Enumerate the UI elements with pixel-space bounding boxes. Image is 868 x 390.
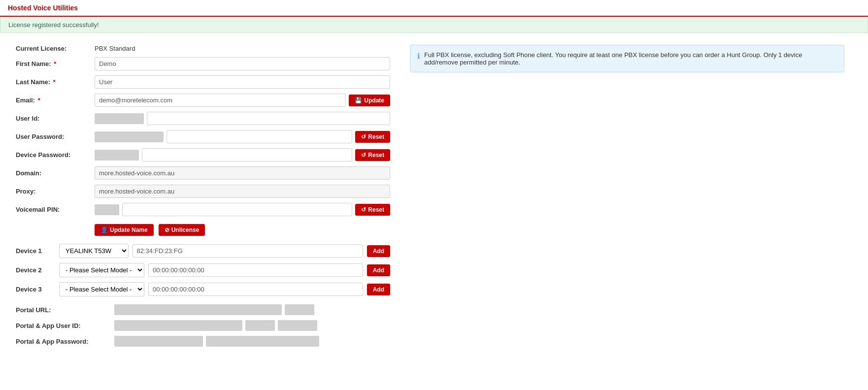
email-label: Email: * xyxy=(16,97,95,104)
unlicense-button[interactable]: ⊘ Unlicense xyxy=(159,224,205,236)
portal-url-mask-2 xyxy=(285,304,314,315)
user-password-row: User Password: ↺ Reset xyxy=(16,130,390,143)
main-content: Current License: PBX Standard First Name… xyxy=(0,33,868,363)
user-password-input xyxy=(167,130,352,143)
device-3-select[interactable]: - Please Select Model - xyxy=(59,282,144,296)
voicemail-pin-mask xyxy=(95,204,119,215)
reset-icon-1: ↺ xyxy=(361,133,366,140)
portal-user-id-mask-3 xyxy=(278,320,317,331)
last-name-label: Last Name: * xyxy=(16,78,95,86)
current-license-row: Current License: PBX Standard xyxy=(16,45,390,52)
portal-section: Portal URL: Portal & App User ID: Por xyxy=(16,304,390,347)
device-2-add-button[interactable]: Add xyxy=(367,264,390,276)
portal-user-id-mask xyxy=(114,320,242,331)
portal-url-row: Portal URL: xyxy=(16,304,390,315)
reset-voicemail-pin-button[interactable]: ↺ Reset xyxy=(355,204,390,216)
domain-wrap xyxy=(95,166,390,180)
portal-password-row: Portal & App Password: xyxy=(16,336,390,347)
first-name-required: * xyxy=(54,60,56,67)
portal-user-id-label: Portal & App User ID: xyxy=(16,322,114,329)
device-1-label: Device 1 xyxy=(16,247,55,255)
last-name-required: * xyxy=(53,78,56,86)
device-3-add-button[interactable]: Add xyxy=(367,284,390,295)
reset-user-password-button[interactable]: ↺ Reset xyxy=(355,131,390,143)
voicemail-pin-wrap: ↺ Reset xyxy=(95,203,390,216)
proxy-row: Proxy: xyxy=(16,185,390,198)
app-title: Hosted Voice Utilities xyxy=(8,4,78,12)
update-email-button[interactable]: 💾 Update xyxy=(349,95,390,106)
portal-password-mask xyxy=(114,336,203,347)
portal-user-id-wrap xyxy=(114,320,346,331)
device-2-row: Device 2 - Please Select Model - Add xyxy=(16,263,390,277)
domain-row: Domain: xyxy=(16,166,390,180)
first-name-input[interactable] xyxy=(95,57,390,70)
portal-user-id-mask-2 xyxy=(245,320,275,331)
current-license-value: PBX Standard xyxy=(95,45,135,52)
device-section: Device 1 YEALINK T53W Add Device 2 - Ple… xyxy=(16,244,390,296)
user-password-mask xyxy=(95,131,164,142)
first-name-row: First Name: * xyxy=(16,57,390,70)
device-password-row: Device Password: ↺ Reset xyxy=(16,148,390,162)
first-name-label: First Name: * xyxy=(16,60,95,67)
user-password-label: User Password: xyxy=(16,133,95,140)
user-id-input xyxy=(147,112,390,125)
form-section: Current License: PBX Standard First Name… xyxy=(16,45,390,352)
user-id-wrap xyxy=(95,112,390,125)
device-1-add-button[interactable]: Add xyxy=(367,245,390,257)
voicemail-pin-row: Voicemail PIN: ↺ Reset xyxy=(16,203,390,216)
device-password-label: Device Password: xyxy=(16,151,95,159)
proxy-input xyxy=(95,185,390,198)
portal-url-mask xyxy=(114,304,282,315)
portal-password-wrap xyxy=(114,336,346,347)
device-2-label: Device 2 xyxy=(16,266,55,274)
info-section: ℹ Full PBX license, excluding Soft Phone… xyxy=(402,45,852,352)
last-name-wrap xyxy=(95,75,390,89)
portal-password-label: Portal & App Password: xyxy=(16,338,114,345)
portal-url-wrap xyxy=(114,304,346,315)
device-1-mac[interactable] xyxy=(133,244,363,258)
device-2-select[interactable]: - Please Select Model - xyxy=(59,263,144,277)
reset-device-password-button[interactable]: ↺ Reset xyxy=(355,149,390,161)
device-password-mask xyxy=(95,150,139,161)
email-wrap: 💾 Update xyxy=(95,94,390,107)
update-name-button[interactable]: 👤 Update Name xyxy=(95,224,154,236)
device-password-input xyxy=(142,148,352,162)
device-1-row: Device 1 YEALINK T53W Add xyxy=(16,244,390,258)
last-name-input[interactable] xyxy=(95,75,390,89)
portal-url-label: Portal URL: xyxy=(16,306,114,314)
email-row: Email: * 💾 Update xyxy=(16,94,390,107)
voicemail-pin-input[interactable] xyxy=(122,203,352,216)
device-3-label: Device 3 xyxy=(16,286,55,293)
device-1-select[interactable]: YEALINK T53W xyxy=(59,244,129,258)
user-icon: 👤 xyxy=(100,227,108,233)
portal-user-id-row: Portal & App User ID: xyxy=(16,320,390,331)
info-box: ℹ Full PBX license, excluding Soft Phone… xyxy=(410,45,844,72)
action-buttons: 👤 Update Name ⊘ Unlicense xyxy=(95,224,390,236)
save-icon: 💾 xyxy=(355,97,362,104)
last-name-row: Last Name: * xyxy=(16,75,390,89)
app-header: Hosted Voice Utilities xyxy=(0,0,868,17)
user-password-wrap: ↺ Reset xyxy=(95,130,390,143)
domain-label: Domain: xyxy=(16,169,95,177)
email-input[interactable] xyxy=(95,94,346,107)
success-banner: License registered successfully! xyxy=(0,17,868,33)
info-text: Full PBX license, excluding Soft Phone c… xyxy=(424,51,837,66)
device-3-row: Device 3 - Please Select Model - Add xyxy=(16,282,390,296)
proxy-label: Proxy: xyxy=(16,188,95,195)
device-3-mac[interactable] xyxy=(148,283,363,296)
reset-icon-2: ↺ xyxy=(361,152,366,159)
user-id-row: User Id: xyxy=(16,112,390,125)
email-required: * xyxy=(38,97,40,104)
reset-icon-3: ↺ xyxy=(361,206,366,213)
first-name-wrap xyxy=(95,57,390,70)
voicemail-pin-label: Voicemail PIN: xyxy=(16,206,95,213)
current-license-value-wrap: PBX Standard xyxy=(95,45,390,52)
device-2-mac[interactable] xyxy=(148,263,363,277)
portal-password-mask-2 xyxy=(206,336,319,347)
domain-input xyxy=(95,166,390,180)
proxy-wrap xyxy=(95,185,390,198)
current-license-label: Current License: xyxy=(16,45,95,52)
user-id-mask xyxy=(95,113,144,124)
circle-icon: ⊘ xyxy=(165,227,169,233)
device-password-wrap: ↺ Reset xyxy=(95,148,390,162)
